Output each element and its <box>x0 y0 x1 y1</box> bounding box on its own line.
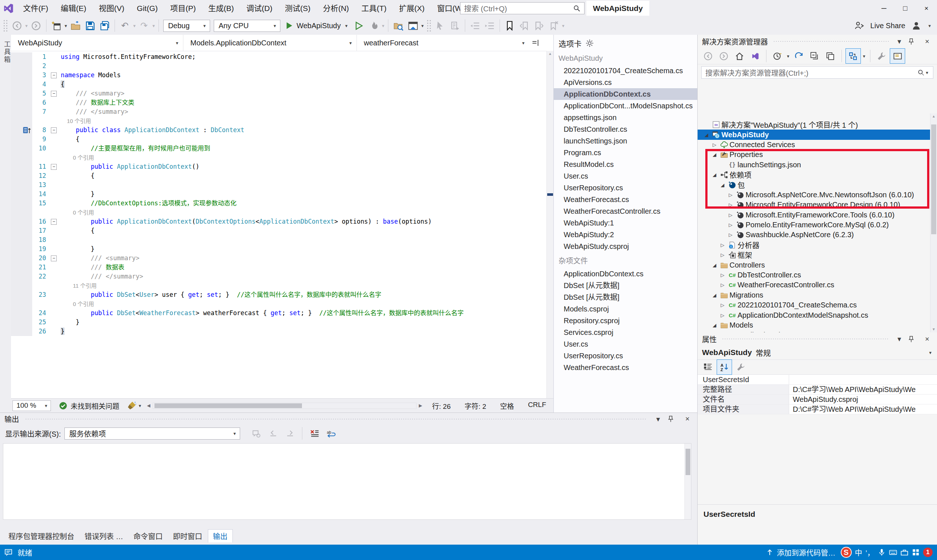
document-tab[interactable]: ApplicationDbCont...tModelSnapshot.cs <box>554 100 697 112</box>
member-dropdown[interactable]: weatherForecast▾ <box>357 35 529 51</box>
editor-margin[interactable] <box>11 318 32 327</box>
document-tab[interactable]: ResultModel.cs <box>554 158 697 170</box>
tool-window-tab[interactable]: 输出 <box>208 529 233 542</box>
property-row[interactable]: 项目文件夹D:\C#学习\Web API\WebApiStudy\We <box>698 405 937 414</box>
next-bookmark-button[interactable] <box>532 18 546 33</box>
find-in-files-button[interactable] <box>391 18 406 33</box>
document-tab[interactable]: ApplicationDbContext.cs <box>554 88 697 100</box>
switch-views-icon[interactable] <box>748 49 762 63</box>
new-project-button[interactable] <box>49 18 64 33</box>
editor-margin[interactable] <box>11 62 32 71</box>
zoom-dropdown[interactable]: 100 %▾ <box>12 400 51 411</box>
editor-margin[interactable] <box>11 235 32 245</box>
code-cleanup-button[interactable]: ▾ <box>124 401 146 410</box>
previous-message-icon[interactable] <box>266 426 280 441</box>
code-line[interactable]: 6 /// 数据库上下文类 <box>11 98 547 107</box>
clear-bookmarks-button[interactable] <box>546 18 561 33</box>
document-tab[interactable]: DbTestController.cs <box>554 123 697 135</box>
editor-margin[interactable] <box>11 71 32 80</box>
alphabetical-sort-icon[interactable]: AZ <box>717 359 732 375</box>
editor-margin[interactable] <box>11 89 32 98</box>
code-line[interactable]: 4{ <box>11 80 547 89</box>
new-project-dropdown-icon[interactable]: ▾ <box>64 23 68 29</box>
code-line[interactable]: 14 } <box>11 189 547 199</box>
editor-margin[interactable] <box>11 208 32 217</box>
document-tab[interactable]: DbSet [从元数据] <box>554 280 697 291</box>
editor-margin[interactable] <box>11 281 32 290</box>
navigate-forward-button[interactable] <box>29 18 43 33</box>
code-line[interactable]: 10 //主要是框架在用，有时候用户也可能用到 <box>11 144 547 153</box>
collapsed-arrow-icon[interactable]: ▷ <box>718 242 727 248</box>
editor-vertical-scrollbar[interactable]: ▲ <box>546 51 554 398</box>
code-line[interactable]: 25 } <box>11 318 547 327</box>
refresh-icon[interactable] <box>792 49 806 63</box>
code-line[interactable]: 22 /// </summary> <box>11 272 547 281</box>
editor-margin[interactable] <box>11 327 32 336</box>
code-line[interactable]: 23 public DbSet<User> user { get; set; }… <box>11 290 547 299</box>
find-message-icon[interactable] <box>249 426 263 441</box>
feedback-icon[interactable] <box>5 548 12 556</box>
document-tab[interactable]: launchSettings.json <box>554 135 697 147</box>
toolbox-tab[interactable]: 工具箱 <box>2 41 11 64</box>
project-dropdown[interactable]: WebApiStudy▾ <box>11 35 183 51</box>
editor-margin[interactable] <box>11 107 32 116</box>
close-icon[interactable]: × <box>922 37 932 46</box>
debug-pointer-button[interactable] <box>433 18 448 33</box>
quick-search-input[interactable]: 搜索 (Ctrl+Q) <box>460 2 585 14</box>
window-position-icon[interactable]: ▾ <box>894 37 905 46</box>
menu-item[interactable]: 生成(B) <box>202 0 240 17</box>
editor-margin[interactable] <box>11 171 32 180</box>
code-line[interactable]: 12 { <box>11 171 547 180</box>
document-tab[interactable]: UserRepository.cs <box>554 182 697 194</box>
hot-reload-button[interactable] <box>366 18 381 33</box>
editor-margin[interactable] <box>11 199 32 208</box>
editor-margin[interactable] <box>11 180 32 189</box>
tree-item[interactable]: ∞解决方案"WebApiStudy"(1 个项目/共 1 个) <box>698 120 931 129</box>
tree-item[interactable]: ▷C#20221020101704_CreateSchema.cs <box>698 300 931 310</box>
collapsed-arrow-icon[interactable]: ▷ <box>718 252 727 258</box>
code-line[interactable]: 11− public ApplicationDbContext() <box>11 162 547 171</box>
tool-window-tab[interactable]: 命令窗口 <box>129 529 168 542</box>
document-tab[interactable]: DbSet [从元数据] <box>554 291 697 303</box>
code-line[interactable]: 17 { <box>11 226 547 235</box>
property-row[interactable]: 文件名WebApiStudy.csproj <box>698 395 937 405</box>
document-tab[interactable]: Program.cs <box>554 147 697 158</box>
redo-button[interactable]: ↷ <box>137 18 152 33</box>
menu-item[interactable]: 文件(F) <box>17 0 55 17</box>
next-message-icon[interactable] <box>283 426 297 441</box>
expanded-arrow-icon[interactable]: ◢ <box>710 323 719 328</box>
codelens-row[interactable]: 11 个引用 <box>11 281 547 290</box>
window-position-icon[interactable]: ▾ <box>652 415 663 423</box>
attach-process-button[interactable] <box>448 18 462 33</box>
health-label[interactable]: 未找到相关问题 <box>71 401 119 411</box>
close-icon[interactable]: × <box>916 0 937 17</box>
scroll-right-icon[interactable]: ▶ <box>418 403 423 408</box>
tree-item[interactable]: ◢Models <box>698 320 931 330</box>
document-tab[interactable]: 20221020101704_CreateSchema.cs <box>554 65 697 77</box>
document-tab[interactable]: WebApiStudy.csproj <box>554 240 697 252</box>
close-icon[interactable]: × <box>682 415 693 423</box>
expanded-arrow-icon[interactable]: ◢ <box>702 132 711 138</box>
editor-margin[interactable] <box>11 309 32 318</box>
menu-item[interactable]: 编辑(E) <box>55 0 92 17</box>
platform-dropdown[interactable]: Any CPU▾ <box>214 20 280 32</box>
decrease-indent-button[interactable] <box>468 18 482 33</box>
editor-margin[interactable] <box>11 299 32 309</box>
tool-window-tab[interactable]: 错误列表 … <box>80 529 128 542</box>
collapsed-arrow-icon[interactable]: ▷ <box>718 272 727 278</box>
editor-margin[interactable] <box>11 135 32 144</box>
code-line[interactable]: 1using Microsoft.EntityFrameworkCore; <box>11 52 547 62</box>
hot-reload-dropdown-icon[interactable]: ▾ <box>381 23 385 29</box>
properties-window-icon[interactable] <box>823 49 838 63</box>
document-tab[interactable]: ApplicationDbContext.cs <box>554 268 697 280</box>
save-button[interactable] <box>83 18 97 33</box>
codelens-row[interactable]: 0 个引用 <box>11 153 547 162</box>
code-line[interactable]: 24 public DbSet<WeatherForecast> weather… <box>11 309 547 318</box>
document-tab[interactable]: User.cs <box>554 170 697 182</box>
tree-item[interactable]: ▷Connected Services <box>698 140 931 150</box>
code-line[interactable]: 19 } <box>11 245 547 254</box>
categorized-icon[interactable] <box>700 360 715 374</box>
microphone-icon[interactable] <box>878 548 886 556</box>
clear-all-icon[interactable] <box>307 426 322 441</box>
tree-item[interactable]: ◢Controllers <box>698 260 931 270</box>
